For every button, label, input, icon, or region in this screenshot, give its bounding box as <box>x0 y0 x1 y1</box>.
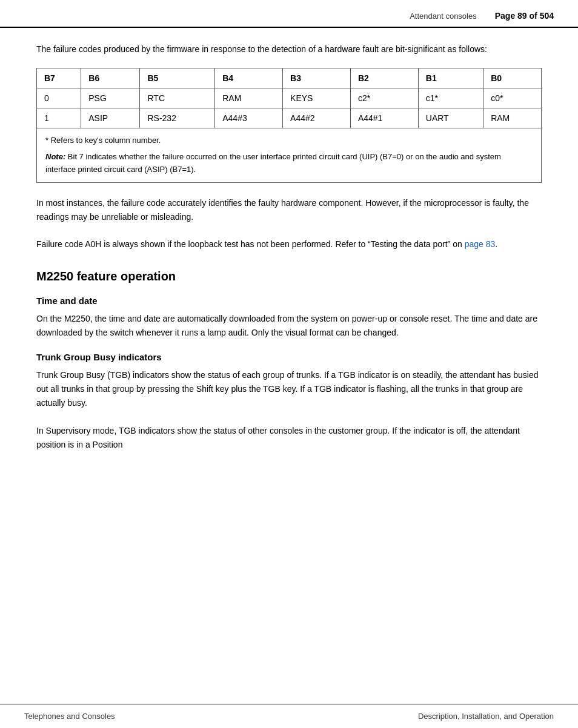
page83-link[interactable]: page 83 <box>465 239 496 249</box>
cell-r1-b4: RAM <box>215 88 283 108</box>
para2-before-link: Failure code A0H is always shown if the … <box>36 239 465 249</box>
cell-r1-b1: c1* <box>418 88 483 108</box>
table-row: 0 PSG RTC RAM KEYS c2* c1* c0* <box>37 88 542 108</box>
cell-r2-b6: ASIP <box>81 108 140 128</box>
footer-right: Description, Installation, and Operation <box>301 712 554 721</box>
footnote-text: * Refers to key's column number. <box>45 134 533 147</box>
cell-r1-b3: KEYS <box>283 88 351 108</box>
note-body: Bit 7 indicates whether the failure occu… <box>45 152 501 174</box>
page-header: Attendant consoles Page 89 of 504 <box>0 0 578 28</box>
col-header-b4: B4 <box>215 68 283 88</box>
table-header-row: B7 B6 B5 B4 B3 B2 B1 B0 <box>37 68 542 88</box>
note-label: Note: <box>45 152 65 161</box>
col-header-b2: B2 <box>350 68 418 88</box>
footer-left: Telephones and Consoles <box>24 712 277 721</box>
cell-r2-b3: A44#2 <box>283 108 351 128</box>
col-header-b7: B7 <box>37 68 81 88</box>
intro-paragraph: The failure codes produced by the firmwa… <box>36 42 542 56</box>
page-info: Page 89 of 504 <box>495 11 554 21</box>
para2-after-link: . <box>495 239 497 249</box>
cell-r1-b2: c2* <box>350 88 418 108</box>
body-para-2: Failure code A0H is always shown if the … <box>36 237 542 251</box>
cell-r1-b0: c0* <box>483 88 542 108</box>
cell-r2-b7: 1 <box>37 108 81 128</box>
cell-r2-b4: A44#3 <box>215 108 283 128</box>
cell-r1-b6: PSG <box>81 88 140 108</box>
page-container: Attendant consoles Page 89 of 504 The fa… <box>0 0 578 728</box>
content-area: The failure codes produced by the firmwa… <box>0 28 578 466</box>
subsection2-para1: Trunk Group Busy (TGB) indicators show t… <box>36 368 542 410</box>
section-label: Attendant consoles <box>410 12 477 21</box>
cell-r2-b5: RS-232 <box>140 108 215 128</box>
subsection2-para2: In Supervisory mode, TGB indicators show… <box>36 424 542 452</box>
cell-r2-b0: RAM <box>483 108 542 128</box>
bit-table: B7 B6 B5 B4 B3 B2 B1 B0 0 PSG RTC <box>36 68 542 128</box>
page-footer: Telephones and Consoles Description, Ins… <box>0 704 578 728</box>
section-heading: M2250 feature operation <box>36 270 542 283</box>
note-box: * Refers to key's column number. Note: B… <box>36 128 542 182</box>
col-header-b3: B3 <box>283 68 351 88</box>
table-row: 1 ASIP RS-232 A44#3 A44#2 A44#1 UART RAM <box>37 108 542 128</box>
cell-r1-b7: 0 <box>37 88 81 108</box>
col-header-b0: B0 <box>483 68 542 88</box>
subsection2-heading: Trunk Group Busy indicators <box>36 352 542 362</box>
col-header-b5: B5 <box>140 68 215 88</box>
bit-table-wrapper: B7 B6 B5 B4 B3 B2 B1 B0 0 PSG RTC <box>36 68 542 182</box>
cell-r2-b1: UART <box>418 108 483 128</box>
col-header-b6: B6 <box>81 68 140 88</box>
note-paragraph: Note: Bit 7 indicates whether the failur… <box>45 151 533 176</box>
cell-r1-b5: RTC <box>140 88 215 108</box>
body-para-1: In most instances, the failure code accu… <box>36 196 542 224</box>
subsection1-heading: Time and date <box>36 296 542 306</box>
col-header-b1: B1 <box>418 68 483 88</box>
cell-r2-b2: A44#1 <box>350 108 418 128</box>
subsection1-paragraph: On the M2250, the time and date are auto… <box>36 312 542 340</box>
